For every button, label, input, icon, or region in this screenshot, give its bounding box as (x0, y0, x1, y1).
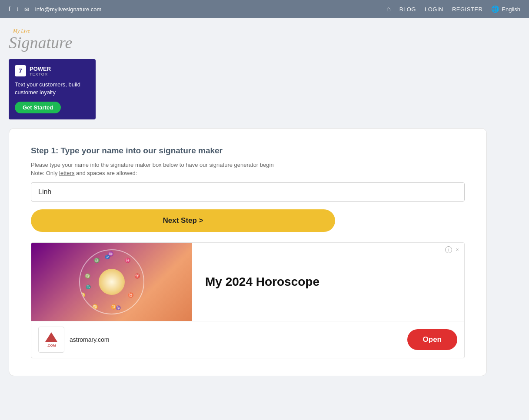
page-content: My Live Signature 7 POWER TEXTOR Text yo… (0, 18, 529, 420)
power-icon: 7 (15, 65, 26, 76)
step-note: Note: Only letters and spaces are allowe… (31, 170, 465, 176)
note-prefix: Note: Only (31, 170, 59, 176)
power-sub: TEXTOR (30, 72, 51, 76)
svg-text:♎: ♎ (94, 258, 100, 264)
horo-image: ♒ ♓ ♈ ♉ ♊ ♋ ♌ ♍ ♎ ♏ ♐ ♑ (31, 243, 192, 321)
logo-area: My Live Signature (9, 27, 520, 55)
topbar-left: f t ✉ info@mylivesignature.com (9, 6, 386, 13)
zodiac-symbols-svg: ♒ ♓ ♈ ♉ ♊ ♋ ♌ ♍ ♎ ♏ ♐ ♑ (80, 250, 143, 314)
facebook-icon[interactable]: f (9, 6, 10, 13)
power-brand: POWER (30, 66, 51, 72)
note-letters: letters (59, 170, 74, 176)
topbar-right: ⌂ BLOG LOGIN REGISTER 🌐 English (386, 5, 520, 13)
horo-ad-text: My 2024 Horoscope (192, 266, 464, 298)
ad-banner: 7 POWER TEXTOR Text your customers, buil… (9, 59, 96, 119)
next-step-button[interactable]: Next Step > (31, 209, 335, 232)
ad-controls: i × (445, 246, 461, 253)
horo-logo-area: .COM astromary.com (38, 327, 110, 353)
language-label: English (502, 6, 520, 13)
ad-close-button[interactable]: × (454, 246, 461, 253)
svg-text:♍: ♍ (85, 274, 91, 279)
svg-text:♐: ♐ (105, 255, 110, 260)
home-icon[interactable]: ⌂ (386, 5, 391, 13)
main-card: Step 1: Type your name into our signatur… (9, 128, 487, 376)
ad-info-button[interactable]: i (445, 246, 452, 253)
globe-icon: 🌐 (491, 5, 499, 13)
svg-text:♉: ♉ (128, 292, 134, 298)
contact-email[interactable]: info@mylivesignature.com (35, 6, 102, 13)
svg-text:♑: ♑ (116, 305, 121, 311)
step-desc: Please type your name into the signature… (31, 162, 465, 168)
svg-text:♈: ♈ (134, 274, 140, 279)
blog-link[interactable]: BLOG (399, 6, 416, 13)
horo-logo-box: .COM (38, 327, 64, 353)
svg-text:♌: ♌ (80, 292, 86, 298)
horo-triangle-icon (45, 332, 57, 342)
name-input[interactable] (31, 182, 465, 202)
horoscope-ad: i × ♒ ♓ ♈ ♉ ♊ ♋ (31, 242, 465, 358)
ad-tagline: Text your customers, build customer loya… (15, 81, 90, 96)
svg-text:♋: ♋ (92, 304, 98, 310)
horo-logo-sub: .COM (47, 344, 56, 347)
ad-cta-button[interactable]: Get Started (15, 102, 61, 113)
horo-open-button[interactable]: Open (407, 329, 457, 350)
zodiac-wheel: ♒ ♓ ♈ ♉ ♊ ♋ ♌ ♍ ♎ ♏ ♐ ♑ (79, 249, 144, 314)
note-suffix: and spaces are allowed: (74, 170, 137, 176)
step-title: Step 1: Type your name into our signatur… (31, 146, 465, 155)
twitter-icon[interactable]: t (17, 6, 18, 13)
topbar-nav: ⌂ BLOG LOGIN REGISTER (386, 5, 482, 13)
svg-text:♓: ♓ (125, 258, 131, 264)
topbar: f t ✉ info@mylivesignature.com ⌂ BLOG LO… (0, 0, 529, 18)
horo-site-url: astromary.com (70, 336, 110, 343)
horo-ad-footer: .COM astromary.com Open (31, 321, 464, 358)
language-selector[interactable]: 🌐 English (491, 5, 520, 13)
register-link[interactable]: REGISTER (452, 6, 482, 13)
login-link[interactable]: LOGIN (425, 6, 443, 13)
svg-text:♏: ♏ (86, 284, 91, 290)
horo-ad-body: ♒ ♓ ♈ ♉ ♊ ♋ ♌ ♍ ♎ ♏ ♐ ♑ (31, 243, 464, 321)
logo-signature: Signature (9, 33, 72, 52)
horo-title: My 2024 Horoscope (205, 275, 451, 289)
ad-banner-logo: 7 POWER TEXTOR (15, 65, 90, 76)
email-icon: ✉ (24, 6, 29, 13)
